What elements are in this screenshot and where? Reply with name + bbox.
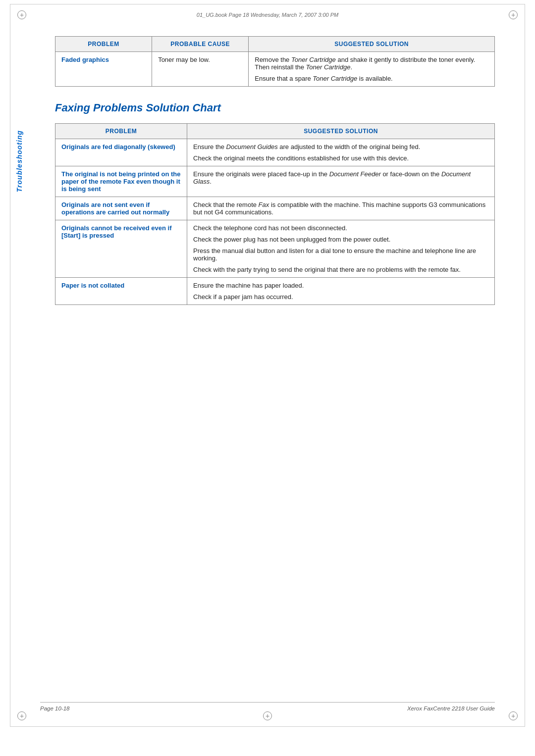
solution-para: Ensure the Document Guides are adjusted …	[193, 143, 488, 151]
table-row: Paper is not collated Ensure the machine…	[55, 278, 495, 305]
italic-term: Document Feeder	[329, 170, 381, 178]
reg-mark-bottom-left	[17, 711, 26, 720]
fax-problems-table: PROBLEM SUGGESTED SOLUTION Originals are…	[55, 123, 495, 305]
italic-term: Fax	[259, 201, 269, 208]
top-table-header-problem: PROBLEM	[55, 37, 152, 52]
top-printing-table: PROBLEM PROBABLE CAUSE SUGGESTED SOLUTIO…	[55, 36, 495, 87]
solution-para: Ensure that a spare Toner Cartridge is a…	[255, 75, 488, 82]
solution-para: Check the telephone cord has not been di…	[193, 224, 488, 232]
fax-table-header-problem: PROBLEM	[55, 124, 187, 139]
top-solution-cell: Remove the Toner Cartridge and shake it …	[249, 52, 495, 87]
fax-solution-cell-1: Ensure the Document Guides are adjusted …	[187, 139, 495, 166]
fax-problem-cell-4: Originals cannot be received even if [St…	[55, 220, 187, 278]
reg-mark-top-left	[17, 10, 26, 19]
italic-term: Toner Cartridge	[291, 56, 336, 63]
table-row: Originals are fed diagonally (skewed) En…	[55, 139, 495, 166]
italic-term: Document Guides	[226, 143, 278, 151]
fax-problem-cell-3: Originals are not sent even if operation…	[55, 197, 187, 220]
solution-para: Remove the Toner Cartridge and shake it …	[255, 56, 488, 71]
bottom-reg-row	[10, 709, 525, 726]
fax-problem-cell-2: The original is not being printed on the…	[55, 166, 187, 197]
solution-para: Ensure the originals were placed face-up…	[193, 170, 488, 185]
fax-solution-cell-2: Ensure the originals were placed face-up…	[187, 166, 495, 197]
fax-table-header-solution: SUGGESTED SOLUTION	[187, 124, 495, 139]
fax-solution-cell-4: Check the telephone cord has not been di…	[187, 220, 495, 278]
page-content: Troubleshooting PROBLEM PROBABLE CAUSE S…	[10, 21, 525, 335]
reg-mark-bottom-right	[509, 711, 518, 720]
table-row: Originals cannot be received even if [St…	[55, 220, 495, 278]
sidebar-label: Troubleshooting	[15, 130, 23, 192]
reg-mark-top-right	[509, 10, 518, 19]
italic-term: Toner Cartridge	[313, 75, 357, 82]
top-table-header-cause: PROBABLE CAUSE	[152, 37, 249, 52]
italic-term: Toner Cartridge	[306, 63, 351, 71]
solution-para: Check that the remote Fax is compatible …	[193, 201, 488, 216]
page-wrapper: 01_UG.book Page 18 Wednesday, March 7, 2…	[10, 4, 525, 727]
table-row: Faded graphics Toner may be low. Remove …	[55, 52, 495, 87]
table-row: Originals are not sent even if operation…	[55, 197, 495, 220]
fax-problem-cell-5: Paper is not collated	[55, 278, 187, 305]
solution-para: Check the original meets the conditions …	[193, 154, 488, 162]
top-problem-cell: Faded graphics	[55, 52, 152, 87]
top-reg-row: 01_UG.book Page 18 Wednesday, March 7, 2…	[10, 4, 525, 21]
file-info: 01_UG.book Page 18 Wednesday, March 7, 2…	[197, 12, 338, 18]
solution-para: Check the power plug has not been unplug…	[193, 236, 488, 243]
table-row: The original is not being printed on the…	[55, 166, 495, 197]
solution-para: Press the manual dial button and listen …	[193, 247, 488, 262]
fax-problem-cell-1: Originals are fed diagonally (skewed)	[55, 139, 187, 166]
section-heading: Faxing Problems Solution Chart	[55, 101, 495, 114]
solution-para: Check with the party trying to send the …	[193, 266, 488, 273]
fax-solution-cell-5: Ensure the machine has paper loaded. Che…	[187, 278, 495, 305]
top-table-header-solution: SUGGESTED SOLUTION	[249, 37, 495, 52]
solution-para: Ensure the machine has paper loaded.	[193, 282, 488, 289]
reg-mark-bottom-center	[263, 711, 272, 720]
top-cause-cell: Toner may be low.	[152, 52, 249, 87]
fax-solution-cell-3: Check that the remote Fax is compatible …	[187, 197, 495, 220]
solution-para: Check if a paper jam has occurred.	[193, 293, 488, 301]
